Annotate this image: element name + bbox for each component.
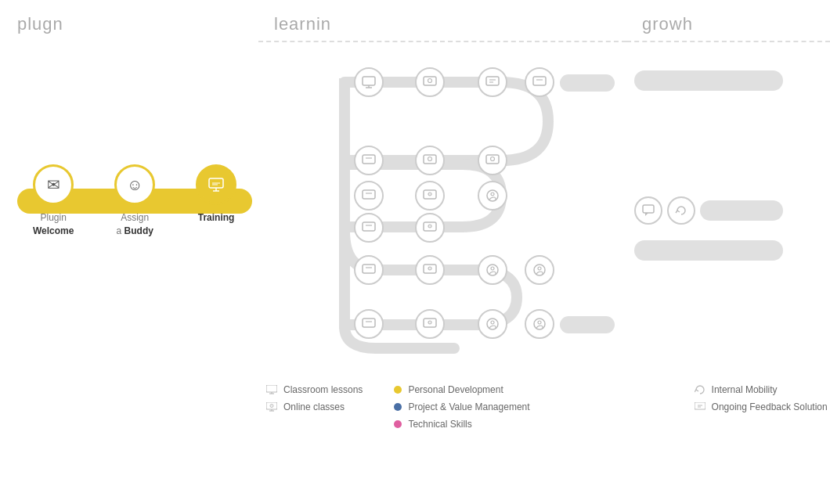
svg-point-10: [428, 79, 432, 83]
learn-node-3b-4[interactable]: [525, 309, 554, 339]
learn-node-2-1[interactable]: [354, 181, 384, 211]
online-icon: [266, 402, 277, 412]
legend-personal: Personal Development: [394, 384, 529, 395]
svg-rect-52: [643, 205, 654, 213]
learn-node-2-3[interactable]: [478, 181, 507, 211]
technical-dot: [394, 420, 402, 428]
welcome-label: PluginWelcome: [33, 211, 74, 238]
learn-node-2b-1[interactable]: [354, 213, 384, 243]
svg-point-42: [538, 267, 541, 270]
legend: Classroom lessons Online classes Persona…: [266, 384, 828, 430]
svg-point-28: [491, 193, 494, 196]
learn-node-2b-2[interactable]: [415, 213, 445, 243]
feedback-icon: [695, 402, 706, 412]
legend-project: Project & Value Management: [394, 401, 529, 412]
svg-point-26: [430, 194, 431, 195]
legend-classroom: Classroom lessons: [266, 384, 363, 395]
plugin-title: plugn: [17, 14, 63, 34]
svg-rect-34: [363, 265, 375, 273]
learn-node-3-3[interactable]: [478, 255, 507, 285]
svg-rect-9: [424, 77, 436, 85]
legend-technical: Technical Skills: [394, 419, 529, 430]
grow-bar-mid: [700, 200, 783, 221]
svg-point-33: [430, 226, 431, 227]
grow-node-chat[interactable]: [634, 196, 662, 225]
learn-title: learnin: [274, 14, 331, 34]
svg-rect-14: [533, 77, 546, 85]
svg-rect-11: [486, 77, 499, 85]
svg-rect-6: [363, 77, 375, 85]
classroom-icon: [266, 385, 277, 394]
svg-rect-16: [363, 155, 375, 164]
grow-bar-1: [560, 74, 615, 92]
project-dot: [394, 403, 402, 411]
svg-point-19: [428, 157, 432, 161]
learn-map: [258, 51, 626, 364]
grow-bar-3: [560, 316, 615, 333]
svg-point-51: [538, 321, 541, 324]
mobility-icon: [695, 384, 706, 395]
grow-node-refresh[interactable]: [667, 196, 695, 225]
legend-left: Classroom lessons Online classes: [266, 384, 363, 430]
learn-node-1-1[interactable]: [354, 67, 384, 97]
grow-divider: [626, 41, 830, 42]
personal-dot: [394, 386, 402, 394]
grow-section: [634, 63, 783, 261]
learn-node-1b-3[interactable]: [478, 146, 507, 175]
legend-mobility: Internal Mobility: [695, 384, 828, 395]
buddy-icon: ☺: [114, 164, 155, 205]
svg-rect-20: [486, 155, 499, 164]
training-label: Training: [198, 211, 235, 225]
plugin-node-training[interactable]: Training: [196, 164, 236, 225]
legend-middle: Personal Development Project & Value Man…: [394, 384, 529, 430]
svg-point-21: [491, 157, 495, 161]
learn-node-1-3[interactable]: [478, 67, 507, 97]
legend-online: Online classes: [266, 401, 363, 412]
learn-node-3b-2[interactable]: [415, 309, 445, 339]
grow-bar-bot: [634, 240, 783, 261]
learn-node-2-2[interactable]: [415, 181, 445, 211]
svg-rect-54: [266, 385, 277, 392]
grow-bar-top: [634, 70, 783, 91]
welcome-icon: ✉: [33, 164, 74, 205]
learn-node-3b-3[interactable]: [478, 309, 507, 339]
svg-point-38: [430, 268, 431, 269]
learn-node-3-2[interactable]: [415, 255, 445, 285]
training-svg-icon: [208, 176, 225, 193]
legend-feedback: Ongoing Feedback Solution: [695, 401, 828, 412]
learn-node-1-2[interactable]: [415, 67, 445, 97]
svg-rect-29: [363, 222, 375, 231]
learn-node-3-1[interactable]: [354, 255, 384, 285]
buddy-label: Assigna Buddy: [117, 211, 153, 238]
svg-rect-18: [424, 155, 436, 164]
svg-point-40: [491, 267, 494, 270]
svg-point-49: [491, 321, 494, 324]
plugin-track: ✉ PluginWelcome ☺ Assigna Buddy Training: [17, 164, 252, 238]
learn-node-1-4[interactable]: [525, 67, 554, 97]
svg-point-59: [272, 405, 272, 406]
training-icon: [196, 164, 236, 205]
learn-node-1b-2[interactable]: [415, 146, 445, 175]
plugin-node-welcome[interactable]: ✉ PluginWelcome: [33, 164, 74, 238]
plugin-node-buddy[interactable]: ☺ Assigna Buddy: [114, 164, 155, 238]
svg-point-47: [430, 322, 431, 323]
grow-title: growh: [642, 14, 693, 34]
learn-divider: [258, 41, 626, 42]
svg-rect-22: [363, 190, 375, 199]
svg-rect-43: [363, 319, 375, 327]
legend-right: Internal Mobility Ongoing Feedback Solut…: [695, 384, 828, 430]
learn-node-3-4[interactable]: [525, 255, 554, 285]
learn-node-1b-1[interactable]: [354, 146, 384, 175]
learn-node-3b-1[interactable]: [354, 309, 384, 339]
